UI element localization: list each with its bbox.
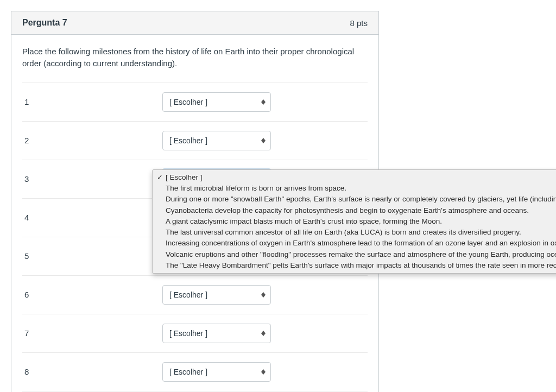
dropdown-menu[interactable]: ✓ [ Escolher ] The first microbial lifef… [152,169,556,274]
answer-label: 7 [22,328,162,338]
question-text: Place the following milestones from the … [22,46,368,69]
select-display: [ Escolher ] [162,285,271,305]
option-text: Volcanic eruptions and other "flooding" … [166,250,556,260]
answer-label: 8 [22,367,162,376]
option-text: [ Escolher ] [166,173,203,182]
answer-row: 1 [ Escolher ] [22,83,368,121]
select-display: [ Escolher ] [162,362,271,382]
answer-label: 2 [22,136,162,145]
answer-row: 2 [ Escolher ] [22,121,368,160]
select-display: [ Escolher ] [162,324,271,343]
answer-row: 8 [ Escolher ] [22,352,368,391]
option-text: The "Late Heavy Bombardment" pelts Earth… [166,261,556,270]
check-icon: ✓ [157,173,166,182]
question-points: 8 pts [350,18,368,28]
answer-label: 4 [22,213,162,222]
option-text: The first microbial lifeform is born or … [166,184,346,193]
question-title: Pergunta 7 [22,18,67,28]
dropdown-option[interactable]: Increasing concentrations of oxygen in E… [153,238,556,249]
select-display: [ Escolher ] [162,131,271,150]
dropdown-option[interactable]: The "Late Heavy Bombardment" pelts Earth… [153,260,556,271]
select-7[interactable]: [ Escolher ] [162,324,271,343]
answer-row: 7 [ Escolher ] [22,314,368,352]
dropdown-option[interactable]: During one or more "snowball Earth" epoc… [153,194,556,205]
answer-row: 6 [ Escolher ] [22,275,368,314]
option-text: Increasing concentrations of oxygen in E… [166,238,556,248]
dropdown-option[interactable]: Volcanic eruptions and other "flooding" … [153,249,556,260]
option-text: During one or more "snowball Earth" epoc… [166,194,556,204]
answer-label: 3 [22,174,162,184]
dropdown-option[interactable]: The first microbial lifeform is born or … [153,183,556,194]
answer-label: 5 [22,251,162,261]
select-display: [ Escolher ] [162,92,271,112]
answer-label: 6 [22,290,162,299]
select-8[interactable]: [ Escolher ] [162,362,271,382]
dropdown-option[interactable]: Cyanobacteria develop the capacity for p… [153,205,556,216]
dropdown-option[interactable]: ✓ [ Escolher ] [153,172,556,183]
select-2[interactable]: [ Escolher ] [162,131,271,150]
select-1[interactable]: [ Escolher ] [162,92,271,112]
select-6[interactable]: [ Escolher ] [162,285,271,305]
option-text: The last universal common ancestor of al… [166,227,521,237]
answer-label: 1 [22,97,162,106]
option-text: Cyanobacteria develop the capacity for p… [166,206,529,216]
question-header: Pergunta 7 8 pts [11,11,378,35]
dropdown-option[interactable]: A giant cataclysmic impact blasts much o… [153,216,556,227]
option-text: A giant cataclysmic impact blasts much o… [166,217,442,226]
dropdown-option[interactable]: The last universal common ancestor of al… [153,227,556,238]
question-container: Pergunta 7 8 pts Place the following mil… [11,11,379,392]
